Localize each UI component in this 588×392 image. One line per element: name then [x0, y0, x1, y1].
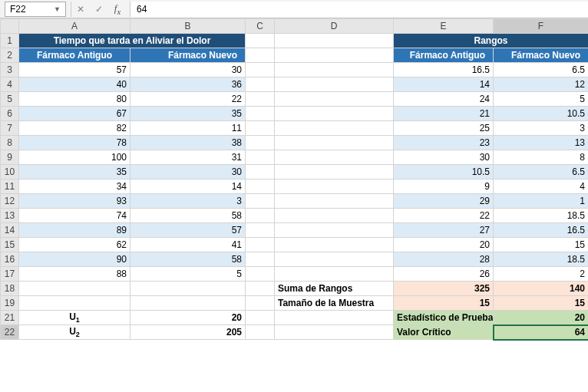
col-header[interactable]: B: [130, 19, 246, 34]
cell[interactable]: [246, 296, 275, 311]
data-cell[interactable]: 93: [19, 194, 130, 209]
row-header[interactable]: 10: [1, 165, 19, 180]
cell[interactable]: [246, 252, 275, 267]
cell[interactable]: [275, 325, 394, 340]
cell[interactable]: [275, 107, 394, 121]
data-cell[interactable]: 3: [130, 194, 246, 209]
data-cell[interactable]: 41: [130, 238, 246, 252]
crit-val[interactable]: 64: [494, 325, 589, 340]
cell[interactable]: [275, 223, 394, 238]
cell[interactable]: [246, 223, 275, 238]
cell[interactable]: [246, 150, 275, 165]
u2-label[interactable]: U2: [19, 325, 130, 340]
cell[interactable]: [130, 296, 246, 311]
cell[interactable]: [246, 282, 275, 296]
data-cell[interactable]: 67: [19, 107, 130, 121]
row-header[interactable]: 17: [1, 267, 19, 282]
row-header[interactable]: 14: [1, 223, 19, 238]
row-header[interactable]: 22: [1, 325, 19, 340]
u1-val[interactable]: 20: [130, 311, 246, 325]
data-cell[interactable]: 11: [130, 121, 246, 136]
cell[interactable]: [19, 296, 130, 311]
data-cell[interactable]: 16.5: [394, 63, 494, 77]
cell[interactable]: [275, 238, 394, 252]
data-cell[interactable]: 25: [394, 121, 494, 136]
cell[interactable]: [275, 165, 394, 180]
hdr-antiguo[interactable]: Fármaco Antiguo: [19, 48, 130, 63]
row-header[interactable]: 21: [1, 311, 19, 325]
data-cell[interactable]: 18.5: [494, 252, 589, 267]
cell[interactable]: [275, 267, 394, 282]
row-header[interactable]: 8: [1, 136, 19, 150]
cell[interactable]: [246, 180, 275, 194]
data-cell[interactable]: 1: [494, 194, 589, 209]
cell[interactable]: [246, 194, 275, 209]
row-header[interactable]: 3: [1, 63, 19, 77]
cell[interactable]: [246, 209, 275, 223]
cell[interactable]: [275, 63, 394, 77]
title-right[interactable]: Rangos: [394, 34, 589, 48]
row-header[interactable]: 1: [1, 34, 19, 48]
cell[interactable]: [275, 252, 394, 267]
data-cell[interactable]: 5: [494, 92, 589, 107]
data-cell[interactable]: 6.5: [494, 165, 589, 180]
row-header[interactable]: 5: [1, 92, 19, 107]
data-cell[interactable]: 35: [19, 165, 130, 180]
data-cell[interactable]: 4: [494, 180, 589, 194]
tam-label[interactable]: Tamaño de la Muestra: [275, 296, 394, 311]
row-header[interactable]: 4: [1, 77, 19, 92]
formula-input[interactable]: 64: [130, 2, 588, 17]
data-cell[interactable]: 12: [494, 77, 589, 92]
data-cell[interactable]: 3: [494, 121, 589, 136]
data-cell[interactable]: 22: [130, 92, 246, 107]
data-cell[interactable]: 16.5: [494, 223, 589, 238]
data-cell[interactable]: 5: [130, 267, 246, 282]
cell[interactable]: [275, 121, 394, 136]
col-header[interactable]: A: [19, 19, 130, 34]
cell[interactable]: [246, 92, 275, 107]
title-left[interactable]: Tiempo que tarda en Aliviar el Dolor: [19, 34, 246, 48]
data-cell[interactable]: 38: [130, 136, 246, 150]
row-header[interactable]: 12: [1, 194, 19, 209]
hdr-nuevo[interactable]: Fármaco Nuevo: [494, 48, 589, 63]
fx-icon[interactable]: fx: [108, 1, 127, 18]
suma-f[interactable]: 140: [494, 282, 589, 296]
cell[interactable]: [246, 77, 275, 92]
cell[interactable]: [246, 48, 275, 63]
data-cell[interactable]: 28: [394, 252, 494, 267]
data-cell[interactable]: 74: [19, 209, 130, 223]
data-cell[interactable]: 31: [130, 150, 246, 165]
stat-val[interactable]: 20: [494, 311, 589, 325]
row-header[interactable]: 9: [1, 150, 19, 165]
data-cell[interactable]: 24: [394, 92, 494, 107]
cell[interactable]: [275, 34, 394, 48]
cell[interactable]: [275, 48, 394, 63]
chevron-down-icon[interactable]: ▼: [54, 5, 61, 13]
data-cell[interactable]: 23: [394, 136, 494, 150]
cell[interactable]: [246, 107, 275, 121]
crit-label[interactable]: Valor Crítico: [394, 325, 494, 340]
data-cell[interactable]: 90: [19, 252, 130, 267]
data-cell[interactable]: 58: [130, 252, 246, 267]
data-cell[interactable]: 9: [394, 180, 494, 194]
u2-val[interactable]: 205: [130, 325, 246, 340]
hdr-nuevo[interactable]: Fármaco Nuevo: [130, 48, 246, 63]
data-cell[interactable]: 8: [494, 150, 589, 165]
data-cell[interactable]: 21: [394, 107, 494, 121]
data-cell[interactable]: 13: [494, 136, 589, 150]
data-cell[interactable]: 22: [394, 209, 494, 223]
data-cell[interactable]: 57: [19, 63, 130, 77]
data-cell[interactable]: 80: [19, 92, 130, 107]
cell[interactable]: [130, 282, 246, 296]
cell[interactable]: [246, 238, 275, 252]
cell[interactable]: [275, 194, 394, 209]
data-cell[interactable]: 18.5: [494, 209, 589, 223]
cell[interactable]: [275, 77, 394, 92]
col-header[interactable]: D: [275, 19, 394, 34]
data-cell[interactable]: 20: [394, 238, 494, 252]
data-cell[interactable]: 62: [19, 238, 130, 252]
data-cell[interactable]: 40: [19, 77, 130, 92]
data-cell[interactable]: 36: [130, 77, 246, 92]
data-cell[interactable]: 29: [394, 194, 494, 209]
col-header[interactable]: E: [394, 19, 494, 34]
